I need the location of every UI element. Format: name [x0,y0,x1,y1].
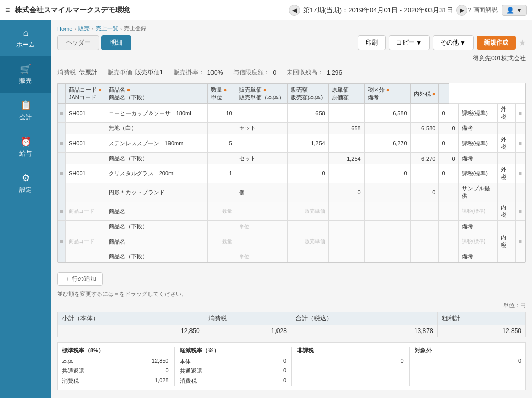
table-cell[interactable]: SH001 [66,164,105,183]
table-cell[interactable] [498,183,515,202]
drag-handle[interactable]: ≡ [58,134,66,153]
table-cell[interactable]: 0 [439,164,449,183]
breadcrumb-sales-list[interactable]: 売上一覧 [96,25,118,32]
table-cell[interactable]: 商品名 [105,232,207,251]
table-cell[interactable]: コーヒーカップ＆ソーサ 180ml [105,104,207,123]
table-cell[interactable]: 備考 [458,221,497,232]
table-cell[interactable] [287,123,328,134]
table-cell[interactable] [328,134,364,153]
new-create-button[interactable]: 新規作成 [477,36,516,50]
table-cell[interactable]: セット [236,153,287,164]
table-cell[interactable] [364,221,410,232]
table-cell[interactable] [439,251,449,262]
table-cell[interactable] [328,202,364,221]
menu-icon[interactable]: ≡ [5,6,10,15]
table-cell[interactable]: 0 [328,183,364,202]
table-cell[interactable]: 6,270 [364,134,410,153]
table-cell[interactable]: 課税(標準) [458,134,497,153]
table-cell[interactable]: 1 [207,164,236,183]
table-cell[interactable]: 数量 [207,202,236,221]
table-cell[interactable] [410,232,439,251]
table-cell[interactable]: 備考 [458,153,497,164]
table-cell[interactable]: 課税(標準) [458,104,497,123]
table-cell[interactable] [236,134,287,153]
table-cell[interactable] [364,232,410,251]
drag-handle[interactable]: ≡ [58,232,66,251]
table-cell[interactable]: 0 [410,183,439,202]
table-cell[interactable]: 単位 [236,251,287,262]
row-action[interactable]: ≡ [515,104,525,123]
breadcrumb-home[interactable]: Home [57,26,72,32]
table-cell[interactable]: 0 [287,164,328,183]
print-button[interactable]: 印刷 [358,35,386,50]
table-cell[interactable] [328,251,364,262]
table-cell[interactable]: 0 [449,123,458,134]
table-cell[interactable]: 6,270 [410,153,439,164]
drag-handle[interactable]: ≡ [58,202,66,221]
period-prev-arrow[interactable]: ◀ [289,5,300,16]
table-cell[interactable]: 6,580 [364,104,410,123]
table-cell[interactable] [364,202,410,221]
row-action[interactable]: ≡ [515,232,525,251]
row-action[interactable]: ≡ [515,164,525,183]
table-cell[interactable] [410,202,439,221]
table-cell[interactable] [498,221,515,232]
table-cell[interactable]: 0 [439,104,449,123]
row-action[interactable] [515,123,525,134]
table-cell[interactable]: 0 [364,164,410,183]
table-cell[interactable]: 6,580 [410,123,439,134]
table-cell[interactable]: 内税 [498,202,515,221]
table-cell[interactable] [364,251,410,262]
table-cell[interactable] [439,123,449,134]
table-cell[interactable]: 課税(標準) [458,232,497,251]
table-cell[interactable]: 1,254 [328,153,364,164]
table-cell[interactable]: 円形＊カットブランド [105,183,207,202]
table-cell[interactable] [207,123,236,134]
table-cell[interactable]: 商品名（下段） [105,153,207,164]
table-cell[interactable] [498,153,515,164]
other-button[interactable]: その他 ▼ [433,35,474,50]
table-cell[interactable] [364,153,410,164]
sidebar-item-accounting[interactable]: 📋 会計 [0,93,51,129]
table-cell[interactable]: 商品名 [105,202,207,221]
table-cell[interactable] [439,202,449,221]
breadcrumb-sales[interactable]: 販売 [78,25,90,32]
table-cell[interactable]: 10 [207,104,236,123]
table-cell[interactable] [449,134,458,153]
drag-handle[interactable] [58,123,66,134]
table-cell[interactable] [66,251,105,262]
table-cell[interactable]: 0 [439,134,449,153]
table-cell[interactable] [410,104,439,123]
table-cell[interactable]: 外税 [498,104,515,123]
table-cell[interactable]: 単位 [236,221,287,232]
table-cell[interactable] [410,134,439,153]
drag-handle[interactable] [58,153,66,164]
bookmark-icon[interactable]: ★ [519,38,526,48]
table-cell[interactable]: 内税 [498,232,515,251]
table-cell[interactable] [449,183,458,202]
table-cell[interactable] [207,183,236,202]
add-row-button[interactable]: ＋ 行の追加 [57,272,103,286]
table-cell[interactable]: 商品コード [66,202,105,221]
table-cell[interactable]: ステンレススプーン 190mm [105,134,207,153]
table-cell[interactable]: 販売単価 [287,202,328,221]
table-cell[interactable] [410,221,439,232]
table-cell[interactable] [287,251,328,262]
table-cell[interactable] [498,123,515,134]
table-cell[interactable] [287,153,328,164]
table-cell[interactable] [439,153,449,164]
table-cell[interactable] [236,202,287,221]
table-cell[interactable]: SH001 [66,134,105,153]
table-cell[interactable] [236,164,287,183]
user-button[interactable]: 👤 ▼ [502,5,527,16]
table-cell[interactable] [328,104,364,123]
table-cell[interactable] [439,221,449,232]
table-cell[interactable]: クリスタルグラス 200ml [105,164,207,183]
table-cell[interactable]: 商品名（下段） [105,221,207,232]
table-cell[interactable]: 0 [449,153,458,164]
table-cell[interactable]: セット [236,123,287,134]
sidebar-item-payroll[interactable]: ⏰ 給与 [0,129,51,165]
table-cell[interactable] [66,153,105,164]
table-cell[interactable]: 課税(標準) [458,164,497,183]
table-cell[interactable] [498,251,515,262]
